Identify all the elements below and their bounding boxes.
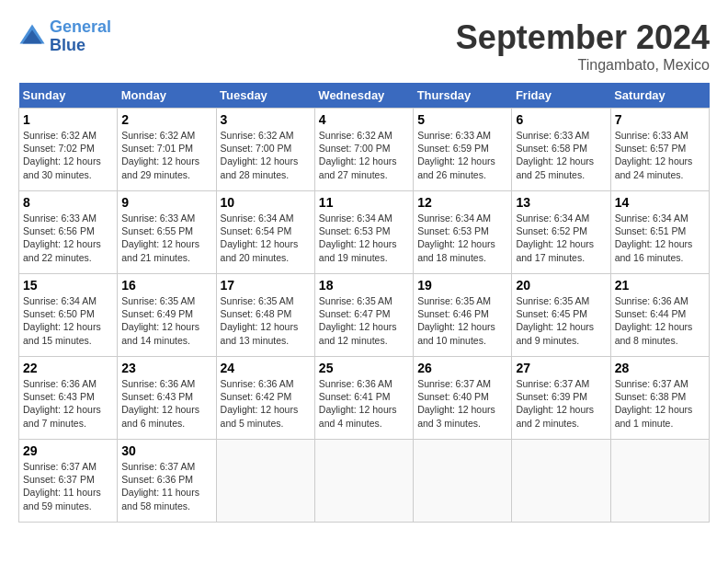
calendar-week-row: 8 Sunrise: 6:33 AM Sunset: 6:56 PM Dayli…: [19, 191, 710, 274]
calendar-week-row: 29 Sunrise: 6:37 AM Sunset: 6:37 PM Dayl…: [19, 440, 710, 523]
table-row: [314, 440, 413, 523]
col-saturday: Saturday: [610, 83, 709, 109]
day-info: Sunrise: 6:32 AM Sunset: 7:02 PM Dayligh…: [23, 129, 113, 181]
table-row: 20 Sunrise: 6:35 AM Sunset: 6:45 PM Dayl…: [512, 274, 610, 357]
day-number: 8: [23, 195, 113, 210]
day-number: 1: [23, 112, 113, 127]
table-row: 18 Sunrise: 6:35 AM Sunset: 6:47 PM Dayl…: [314, 274, 413, 357]
day-number: 26: [417, 361, 507, 375]
day-number: 17: [221, 278, 311, 293]
table-row: 11 Sunrise: 6:34 AM Sunset: 6:53 PM Dayl…: [314, 191, 413, 274]
day-number: 4: [319, 112, 409, 127]
title-area: September 2024 Tingambato, Mexico: [456, 18, 710, 74]
day-number: 6: [516, 112, 606, 127]
day-number: 27: [516, 361, 606, 375]
day-info: Sunrise: 6:37 AM Sunset: 6:38 PM Dayligh…: [615, 377, 705, 430]
col-friday: Friday: [512, 83, 610, 109]
day-number: 16: [121, 278, 211, 293]
day-info: Sunrise: 6:35 AM Sunset: 6:47 PM Dayligh…: [319, 294, 409, 347]
day-number: 18: [319, 278, 409, 293]
table-row: 15 Sunrise: 6:34 AM Sunset: 6:50 PM Dayl…: [19, 274, 118, 357]
day-info: Sunrise: 6:32 AM Sunset: 7:01 PM Dayligh…: [121, 129, 211, 181]
table-row: [610, 440, 709, 523]
day-number: 10: [221, 195, 311, 210]
table-row: 29 Sunrise: 6:37 AM Sunset: 6:37 PM Dayl…: [19, 440, 118, 523]
table-row: 30 Sunrise: 6:37 AM Sunset: 6:36 PM Dayl…: [118, 440, 216, 523]
day-info: Sunrise: 6:36 AM Sunset: 6:42 PM Dayligh…: [221, 377, 311, 430]
table-row: 28 Sunrise: 6:37 AM Sunset: 6:38 PM Dayl…: [610, 357, 709, 440]
table-row: 24 Sunrise: 6:36 AM Sunset: 6:42 PM Dayl…: [216, 357, 314, 440]
day-info: Sunrise: 6:35 AM Sunset: 6:46 PM Dayligh…: [417, 294, 507, 347]
day-number: 5: [417, 112, 507, 127]
day-info: Sunrise: 6:33 AM Sunset: 6:58 PM Dayligh…: [516, 129, 606, 181]
location-title: Tingambato, Mexico: [456, 57, 710, 74]
col-tuesday: Tuesday: [216, 83, 314, 109]
day-number: 14: [615, 195, 705, 210]
table-row: 17 Sunrise: 6:35 AM Sunset: 6:48 PM Dayl…: [216, 274, 314, 357]
day-number: 2: [121, 112, 211, 127]
day-info: Sunrise: 6:34 AM Sunset: 6:53 PM Dayligh…: [319, 212, 409, 264]
table-row: 5 Sunrise: 6:33 AM Sunset: 6:59 PM Dayli…: [414, 109, 512, 191]
table-row: 9 Sunrise: 6:33 AM Sunset: 6:55 PM Dayli…: [118, 191, 216, 274]
day-info: Sunrise: 6:36 AM Sunset: 6:43 PM Dayligh…: [121, 377, 211, 430]
table-row: 21 Sunrise: 6:36 AM Sunset: 6:44 PM Dayl…: [610, 274, 709, 357]
table-row: 23 Sunrise: 6:36 AM Sunset: 6:43 PM Dayl…: [118, 357, 216, 440]
day-info: Sunrise: 6:36 AM Sunset: 6:41 PM Dayligh…: [319, 377, 409, 430]
calendar-week-row: 22 Sunrise: 6:36 AM Sunset: 6:43 PM Dayl…: [19, 357, 710, 440]
day-number: 25: [319, 361, 409, 375]
table-row: 16 Sunrise: 6:35 AM Sunset: 6:49 PM Dayl…: [118, 274, 216, 357]
day-number: 20: [516, 278, 606, 293]
day-info: Sunrise: 6:37 AM Sunset: 6:40 PM Dayligh…: [417, 377, 507, 430]
table-row: 13 Sunrise: 6:34 AM Sunset: 6:52 PM Dayl…: [512, 191, 610, 274]
day-number: 3: [221, 112, 311, 127]
page-header: General Blue September 2024 Tingambato, …: [18, 18, 710, 74]
day-number: 19: [417, 278, 507, 293]
day-info: Sunrise: 6:35 AM Sunset: 6:45 PM Dayligh…: [516, 294, 606, 347]
table-row: 6 Sunrise: 6:33 AM Sunset: 6:58 PM Dayli…: [512, 109, 610, 191]
day-info: Sunrise: 6:34 AM Sunset: 6:50 PM Dayligh…: [23, 294, 113, 347]
table-row: 4 Sunrise: 6:32 AM Sunset: 7:00 PM Dayli…: [314, 109, 413, 191]
day-number: 21: [615, 278, 705, 293]
day-info: Sunrise: 6:35 AM Sunset: 6:48 PM Dayligh…: [221, 294, 311, 347]
day-number: 12: [417, 195, 507, 210]
day-number: 15: [23, 278, 113, 293]
col-monday: Monday: [118, 83, 216, 109]
day-info: Sunrise: 6:34 AM Sunset: 6:52 PM Dayligh…: [516, 212, 606, 264]
month-title: September 2024: [456, 18, 710, 57]
table-row: 2 Sunrise: 6:32 AM Sunset: 7:01 PM Dayli…: [118, 109, 216, 191]
day-info: Sunrise: 6:36 AM Sunset: 6:44 PM Dayligh…: [615, 294, 705, 347]
table-row: 3 Sunrise: 6:32 AM Sunset: 7:00 PM Dayli…: [216, 109, 314, 191]
day-number: 29: [23, 443, 113, 458]
day-info: Sunrise: 6:33 AM Sunset: 6:56 PM Dayligh…: [23, 212, 113, 264]
table-row: 25 Sunrise: 6:36 AM Sunset: 6:41 PM Dayl…: [314, 357, 413, 440]
table-row: [512, 440, 610, 523]
calendar-table: Sunday Monday Tuesday Wednesday Thursday…: [18, 83, 710, 523]
table-row: 19 Sunrise: 6:35 AM Sunset: 6:46 PM Dayl…: [414, 274, 512, 357]
day-info: Sunrise: 6:34 AM Sunset: 6:54 PM Dayligh…: [221, 212, 311, 264]
table-row: 27 Sunrise: 6:37 AM Sunset: 6:39 PM Dayl…: [512, 357, 610, 440]
day-info: Sunrise: 6:35 AM Sunset: 6:49 PM Dayligh…: [121, 294, 211, 347]
day-info: Sunrise: 6:33 AM Sunset: 6:59 PM Dayligh…: [417, 129, 507, 181]
calendar-week-row: 15 Sunrise: 6:34 AM Sunset: 6:50 PM Dayl…: [19, 274, 710, 357]
table-row: 14 Sunrise: 6:34 AM Sunset: 6:51 PM Dayl…: [610, 191, 709, 274]
table-row: 12 Sunrise: 6:34 AM Sunset: 6:53 PM Dayl…: [414, 191, 512, 274]
calendar-week-row: 1 Sunrise: 6:32 AM Sunset: 7:02 PM Dayli…: [19, 109, 710, 191]
col-thursday: Thursday: [414, 83, 512, 109]
day-info: Sunrise: 6:32 AM Sunset: 7:00 PM Dayligh…: [319, 129, 409, 181]
day-info: Sunrise: 6:33 AM Sunset: 6:57 PM Dayligh…: [615, 129, 705, 181]
day-number: 22: [23, 361, 113, 375]
col-wednesday: Wednesday: [314, 83, 413, 109]
table-row: [414, 440, 512, 523]
table-row: 26 Sunrise: 6:37 AM Sunset: 6:40 PM Dayl…: [414, 357, 512, 440]
logo-text: General Blue: [50, 18, 111, 55]
table-row: 22 Sunrise: 6:36 AM Sunset: 6:43 PM Dayl…: [19, 357, 118, 440]
day-number: 9: [121, 195, 211, 210]
calendar-header-row: Sunday Monday Tuesday Wednesday Thursday…: [19, 83, 710, 109]
day-number: 24: [221, 361, 311, 375]
day-number: 28: [615, 361, 705, 375]
day-number: 30: [121, 443, 211, 458]
logo: General Blue: [18, 18, 111, 55]
day-info: Sunrise: 6:37 AM Sunset: 6:36 PM Dayligh…: [121, 460, 211, 512]
table-row: 10 Sunrise: 6:34 AM Sunset: 6:54 PM Dayl…: [216, 191, 314, 274]
day-info: Sunrise: 6:37 AM Sunset: 6:39 PM Dayligh…: [516, 377, 606, 430]
